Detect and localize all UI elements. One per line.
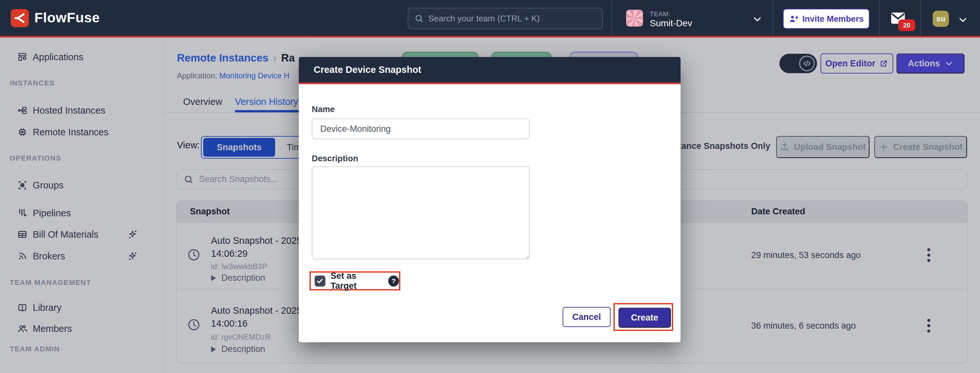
team-label: TEAM: — [650, 10, 670, 18]
create-button[interactable]: Create — [618, 308, 671, 328]
set-as-target-annotation: Set as Target ? — [310, 271, 400, 290]
user-menu-chevron-down-icon[interactable] — [958, 15, 968, 25]
team-search-input[interactable] — [428, 14, 596, 24]
create-button-annotation: Create — [614, 303, 673, 331]
team-avatar[interactable] — [626, 10, 643, 27]
help-icon[interactable]: ? — [388, 276, 399, 287]
logo-wordmark[interactable]: FlowFuse — [34, 10, 100, 25]
name-label: Name — [312, 104, 335, 114]
invite-members-button[interactable]: Invite Members — [783, 9, 870, 29]
user-plus-icon — [789, 14, 799, 24]
flowfuse-logo-icon[interactable] — [11, 9, 29, 27]
user-avatar[interactable]: su — [933, 11, 949, 27]
team-search[interactable] — [408, 8, 603, 29]
name-field[interactable] — [312, 119, 530, 139]
topbar: FlowFuse TEAM: Sumit-Dev Invite Members … — [0, 0, 980, 38]
invite-members-label: Invite Members — [802, 14, 864, 24]
description-label: Description — [312, 154, 358, 163]
team-chevron-down-icon[interactable] — [752, 14, 762, 24]
modal-title: Create Device Snapshot — [299, 57, 681, 84]
topbar-divider — [920, 0, 921, 36]
topbar-divider — [611, 0, 612, 36]
cancel-button[interactable]: Cancel — [563, 307, 611, 327]
set-as-target-checkbox[interactable] — [315, 276, 325, 287]
create-device-snapshot-modal: Create Device Snapshot Name Description … — [299, 57, 681, 342]
description-field[interactable] — [312, 167, 530, 259]
notification-badge: 20 — [898, 19, 915, 31]
set-as-target-label: Set as Target — [331, 271, 383, 291]
search-icon — [414, 14, 424, 23]
topbar-divider — [879, 0, 880, 36]
team-name[interactable]: Sumit-Dev — [650, 18, 692, 29]
topbar-divider — [773, 0, 773, 36]
